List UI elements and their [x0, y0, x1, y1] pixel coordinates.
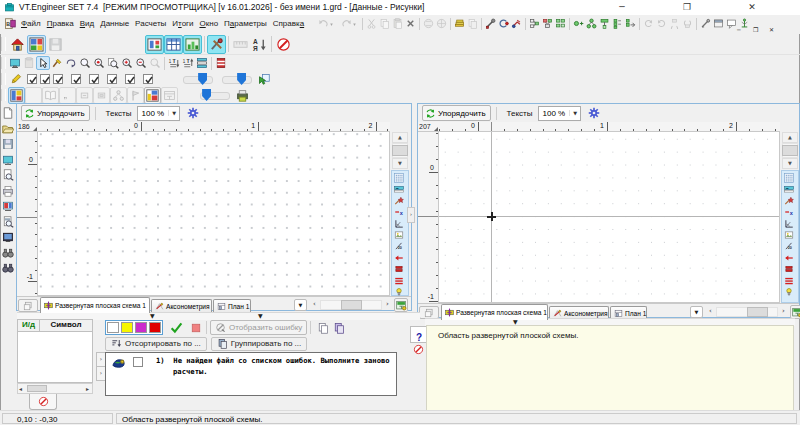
- help-tab-errors[interactable]: [410, 341, 426, 356]
- bulb-button[interactable]: [783, 286, 795, 298]
- menu-1[interactable]: Файл: [18, 15, 44, 34]
- sort-az-button[interactable]: АЯ: [250, 35, 269, 54]
- scrollbar-thumb[interactable]: [747, 307, 768, 317]
- scroll-up-icon[interactable]: ▲: [782, 132, 798, 143]
- menu-2[interactable]: Правка: [44, 15, 77, 34]
- book-red-button[interactable]: [214, 56, 228, 70]
- new-view-button[interactable]: [394, 298, 408, 312]
- dots-button[interactable]: „: [59, 87, 76, 104]
- scrollbar-thumb[interactable]: [341, 300, 362, 310]
- copy-pages-button[interactable]: [466, 17, 479, 30]
- print-button[interactable]: [1, 184, 15, 198]
- mark-star-button[interactable]: [393, 195, 405, 207]
- scroll-right-icon[interactable]: ›: [779, 307, 788, 318]
- zoom-select[interactable]: 100 %▼: [538, 106, 582, 121]
- cursor-button[interactable]: [36, 56, 50, 70]
- scrollbar-thumb[interactable]: [782, 145, 798, 156]
- org-dark-button[interactable]: [528, 17, 541, 30]
- del-red-button[interactable]: x: [783, 206, 795, 218]
- books-yellow-button[interactable]: [453, 17, 466, 30]
- scheme-button[interactable]: [27, 35, 46, 54]
- rotate3-button[interactable]: [668, 17, 681, 30]
- node-add-button[interactable]: [572, 17, 585, 30]
- symbol-table-body[interactable]: [17, 332, 93, 383]
- symbol-table-scrollbar[interactable]: ◂ ▸: [17, 383, 93, 394]
- tab-corner-button[interactable]: [18, 299, 38, 312]
- lines-red-button[interactable]: [393, 275, 405, 287]
- scroll-left-icon[interactable]: ‹: [706, 307, 715, 318]
- mark-star-button[interactable]: [783, 195, 795, 207]
- error-item-checkbox[interactable]: [133, 357, 143, 367]
- brush-button[interactable]: [50, 56, 64, 70]
- drawing-canvas[interactable]: [439, 132, 780, 303]
- scroll-left-icon[interactable]: ‹: [310, 300, 319, 311]
- arrange-button[interactable]: Упорядочить: [422, 105, 491, 121]
- sort-t-up-button[interactable]: 1Т: [181, 56, 195, 70]
- menu-3[interactable]: Вид: [77, 15, 97, 34]
- save2-button[interactable]: [1, 137, 15, 151]
- lasso-button[interactable]: [64, 56, 78, 70]
- binoculars-button[interactable]: [1, 246, 15, 260]
- wrench-button[interactable]: [484, 17, 497, 30]
- ball-gray2-button[interactable]: [435, 17, 448, 30]
- view-tab-1[interactable]: Развернутая плоская схема 1: [40, 297, 150, 313]
- tab-list-dropdown[interactable]: ▼: [294, 299, 307, 311]
- equals-red-button[interactable]: [393, 263, 405, 275]
- display-teal-button[interactable]: ▬: [393, 183, 405, 195]
- display-button[interactable]: [1, 153, 15, 167]
- zoom-button[interactable]: [78, 56, 92, 70]
- no-entry-button[interactable]: [274, 35, 293, 54]
- color-swatch-2[interactable]: [121, 322, 133, 333]
- flag-checkbox-5[interactable]: [89, 74, 99, 84]
- drawing-canvas[interactable]: [38, 132, 390, 296]
- chart-green-button[interactable]: [183, 35, 202, 54]
- scroll-up-icon[interactable]: ▲: [392, 132, 408, 143]
- layers-button[interactable]: [195, 56, 209, 70]
- size-slider-2[interactable]: [222, 73, 252, 85]
- new-view-button[interactable]: [790, 305, 800, 319]
- panel-button[interactable]: [712, 17, 725, 30]
- flag-checkbox-6[interactable]: [107, 74, 117, 84]
- flag-checkbox-4[interactable]: [71, 74, 81, 84]
- small-box-button[interactable]: [76, 87, 93, 104]
- chevron-down-icon[interactable]: ▼: [569, 110, 580, 116]
- symbol-dock-tab[interactable]: [29, 394, 57, 410]
- printer-green-button[interactable]: [234, 87, 251, 104]
- color-swatch-1[interactable]: [107, 322, 119, 333]
- rotate-c-button[interactable]: [497, 17, 510, 30]
- sort-t-down-button[interactable]: 1Т: [167, 56, 181, 70]
- rotate2-button[interactable]: [655, 17, 668, 30]
- color-swatch-4[interactable]: [149, 322, 161, 333]
- blank-button[interactable]: [25, 87, 42, 104]
- paste2-button[interactable]: [22, 56, 36, 70]
- copy-button[interactable]: [378, 17, 391, 30]
- cursor-green-button[interactable]: [256, 71, 272, 87]
- angle-button[interactable]: [393, 218, 405, 230]
- mdi-minimize-button[interactable]: ─: [737, 26, 741, 33]
- ball-gray-button[interactable]: [422, 17, 435, 30]
- arrow-red-button[interactable]: [393, 252, 405, 264]
- pencil-button[interactable]: [8, 71, 24, 87]
- show-error-button[interactable]: Отобразить ошибку: [210, 320, 307, 335]
- zoom-red-button[interactable]: [92, 56, 106, 70]
- flag-checkbox-8[interactable]: [143, 74, 153, 84]
- group-button[interactable]: Группировать по ...: [211, 337, 307, 351]
- gear-icon[interactable]: [187, 107, 199, 119]
- new-page-button[interactable]: [1, 106, 15, 120]
- view-tab-3[interactable]: План 1: [213, 299, 251, 313]
- minimize-button[interactable]: ─: [607, 0, 637, 14]
- copy-color-button[interactable]: [332, 321, 346, 335]
- zoom-select[interactable]: 100 %▼: [137, 106, 181, 121]
- view-colors-button[interactable]: [144, 87, 161, 104]
- collapse-arrow-icon[interactable]: ▼: [150, 312, 155, 319]
- color-swatch-3[interactable]: [135, 322, 147, 333]
- del-red-button[interactable]: x: [393, 206, 405, 218]
- arrange-button[interactable]: Упорядочить: [21, 105, 90, 121]
- tab-list-dropdown[interactable]: ▼: [690, 306, 703, 318]
- view-tab-2[interactable]: Аксонометрия: [151, 299, 212, 313]
- image-button[interactable]: [393, 229, 405, 241]
- scrollbar-thumb[interactable]: [392, 145, 408, 156]
- display-teal-button[interactable]: ▬: [783, 183, 795, 195]
- menu-5[interactable]: Расчеты: [132, 15, 169, 34]
- grid-dots-button[interactable]: [393, 172, 405, 184]
